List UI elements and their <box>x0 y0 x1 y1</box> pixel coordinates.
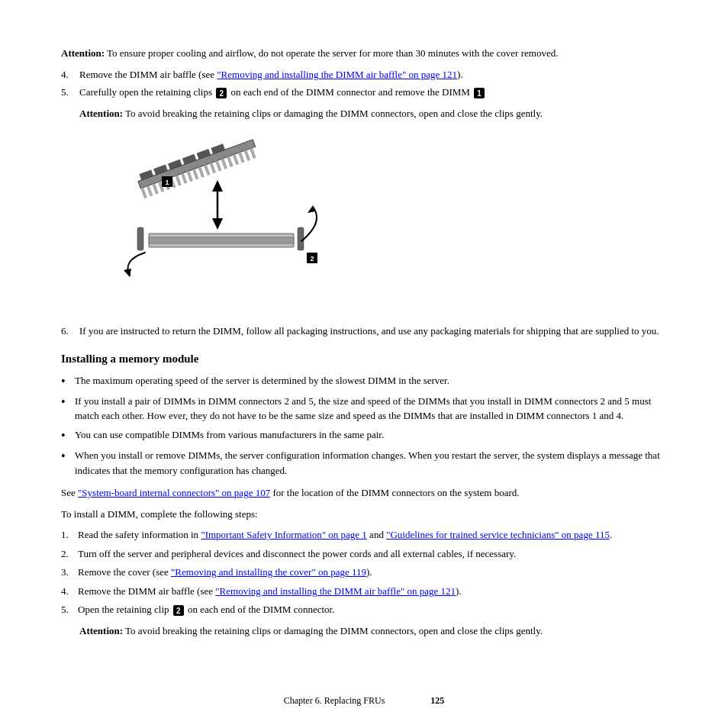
step-4-top-link[interactable]: "Removing and installing the DIMM air ba… <box>217 69 457 80</box>
install-step-5: 5. Open the retaining clip 2 on each end… <box>61 602 667 617</box>
install-steps-list: 1. Read the safety information in "Impor… <box>61 527 667 617</box>
svg-marker-33 <box>212 218 223 230</box>
step-4-top-num: 4. <box>61 67 79 82</box>
steps-top-list: 4. Remove the DIMM air baffle (see "Remo… <box>61 67 667 100</box>
svg-rect-22 <box>227 156 234 168</box>
install-step-4: 4. Remove the DIMM air baffle (see "Remo… <box>61 584 667 599</box>
svg-rect-16 <box>192 169 199 180</box>
bullet-1-text: The maximum operating speed of the serve… <box>75 373 667 388</box>
step6-list: 6. If you are instructed to return the D… <box>61 324 667 339</box>
bullet-2: • If you install a pair of DIMMs in DIMM… <box>61 394 667 424</box>
bullet-3: • You can use compatible DIMMs from vari… <box>61 427 667 444</box>
bullet-icon-2: • <box>61 394 75 411</box>
install-step-4-num: 4. <box>61 584 78 599</box>
svg-rect-17 <box>198 166 205 178</box>
svg-rect-24 <box>238 152 245 163</box>
bullet-icon-4: • <box>61 448 75 465</box>
attention-top-label: Attention: <box>61 47 105 59</box>
svg-rect-13 <box>175 175 182 186</box>
svg-marker-34 <box>308 205 315 213</box>
svg-text:2: 2 <box>310 255 314 263</box>
install-step-1: 1. Read the safety information in "Impor… <box>61 527 667 543</box>
install-step-3-content: Remove the cover (see "Removing and inst… <box>78 565 667 580</box>
svg-rect-20 <box>215 160 222 172</box>
attention-bottom-block: Attention: To avoid breaking the retaini… <box>61 623 667 639</box>
svg-rect-9 <box>152 183 159 195</box>
footer-page: 125 <box>430 695 444 707</box>
safety-info-link[interactable]: "Important Safety Information" on page 1 <box>201 529 366 540</box>
dimm-svg: 1 2 <box>107 134 321 310</box>
cover-link[interactable]: "Removing and installing the cover" on p… <box>171 566 366 578</box>
install-step-3-num: 3. <box>61 565 78 580</box>
svg-marker-32 <box>212 180 223 192</box>
to-install-line: To install a DIMM, complete the followin… <box>61 507 667 522</box>
see-link[interactable]: "System-board internal connectors" on pa… <box>78 487 270 498</box>
badge-2-step5b: 2 <box>173 605 184 616</box>
svg-rect-21 <box>221 158 228 169</box>
svg-rect-25 <box>244 150 251 161</box>
install-step-5-num: 5. <box>61 602 78 617</box>
footer-chapter: Chapter 6. Replacing FRUs <box>284 695 385 707</box>
attention-top-block: Attention: To ensure proper cooling and … <box>61 46 667 61</box>
svg-rect-30 <box>298 227 304 250</box>
bullet-list: • The maximum operating speed of the ser… <box>61 373 667 478</box>
attention-dimm-label: Attention: <box>79 108 123 119</box>
bullet-3-text: You can use compatible DIMMs from variou… <box>75 427 667 443</box>
page: Attention: To ensure proper cooling and … <box>0 0 728 728</box>
step-5-top: 5. Carefully open the retaining clips 2 … <box>61 85 667 100</box>
svg-rect-19 <box>210 163 217 174</box>
step-5-top-content: Carefully open the retaining clips 2 on … <box>79 85 667 100</box>
svg-rect-15 <box>186 171 193 182</box>
install-step-2-content: Turn off the server and peripheral devic… <box>78 546 667 562</box>
bullet-1: • The maximum operating speed of the ser… <box>61 373 667 390</box>
svg-rect-29 <box>137 227 143 250</box>
install-step-1-content: Read the safety information in "Importan… <box>78 527 667 543</box>
install-step-3: 3. Remove the cover (see "Removing and i… <box>61 565 667 580</box>
step-6-content: If you are instructed to return the DIMM… <box>79 324 667 339</box>
bullet-4: • When you install or remove DIMMs, the … <box>61 448 667 478</box>
step-5-top-num: 5. <box>61 85 79 100</box>
guidelines-link[interactable]: "Guidelines for trained service technici… <box>386 529 610 540</box>
attention-top-body: To ensure proper cooling and airflow, do… <box>107 47 558 59</box>
svg-rect-28 <box>149 237 294 243</box>
dimm-diagram: 1 2 <box>107 134 321 310</box>
step-6: 6. If you are instructed to return the D… <box>61 324 667 339</box>
svg-text:1: 1 <box>165 179 169 186</box>
step-6-num: 6. <box>61 324 79 339</box>
attention-dimm-body: To avoid breaking the retaining clips or… <box>125 108 543 119</box>
bullet-icon-1: • <box>61 373 75 390</box>
svg-rect-18 <box>204 165 211 176</box>
attention-bottom-body: To avoid breaking the retaining clips or… <box>125 625 543 636</box>
footer-bar: Chapter 6. Replacing FRUs 125 <box>0 695 728 707</box>
install-step-5-content: Open the retaining clip 2 on each end of… <box>78 602 667 617</box>
bullet-icon-3: • <box>61 427 75 444</box>
attention-bottom-label: Attention: <box>79 625 123 636</box>
baffle-link2[interactable]: "Removing and installing the DIMM air ba… <box>215 585 456 597</box>
install-step-2-num: 2. <box>61 546 78 562</box>
bullet-4-text: When you install or remove DIMMs, the se… <box>75 448 667 478</box>
section-heading: Installing a memory module <box>61 353 667 366</box>
svg-rect-8 <box>147 185 153 197</box>
svg-rect-23 <box>233 154 240 166</box>
svg-rect-26 <box>250 148 256 159</box>
attention-dimm-block: Attention: To avoid breaking the retaini… <box>61 106 667 121</box>
badge-1-step5: 1 <box>474 88 485 98</box>
see-line: See "System-board internal connectors" o… <box>61 485 667 501</box>
step-4-top: 4. Remove the DIMM air baffle (see "Remo… <box>61 67 667 82</box>
bullet-2-text: If you install a pair of DIMMs in DIMM c… <box>75 394 667 424</box>
install-step-1-num: 1. <box>61 527 78 543</box>
badge-2-step5: 2 <box>216 88 227 98</box>
install-step-4-content: Remove the DIMM air baffle (see "Removin… <box>78 584 667 599</box>
svg-rect-7 <box>140 188 147 199</box>
step-4-top-content: Remove the DIMM air baffle (see "Removin… <box>79 67 667 82</box>
svg-rect-14 <box>181 172 188 184</box>
install-step-2: 2. Turn off the server and peripheral de… <box>61 546 667 562</box>
